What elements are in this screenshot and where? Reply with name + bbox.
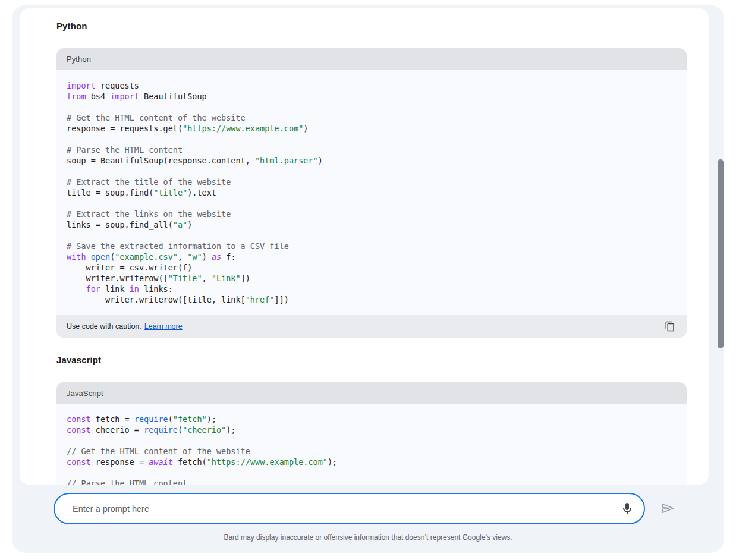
code-line: # Get the HTML content of the website	[67, 112, 677, 123]
code-block-python: Python import requestsfrom bs4 import Be…	[56, 48, 687, 338]
code-line: const fetch = require("fetch");	[67, 414, 677, 424]
response-content: Python Python import requestsfrom bs4 im…	[20, 8, 709, 485]
prompt-input-pill	[54, 493, 645, 524]
code-language-label: Python	[67, 55, 91, 64]
code-line	[67, 230, 677, 241]
section-heading-javascript: Javascript	[56, 354, 687, 366]
code-line	[67, 134, 677, 144]
code-line: const response = await fetch("https://ww…	[67, 457, 677, 467]
code-line: import requests	[67, 80, 677, 91]
microphone-icon	[620, 502, 634, 516]
code-line	[67, 102, 677, 112]
chat-response-panel: Python Python import requestsfrom bs4 im…	[20, 8, 709, 485]
code-line: # Save the extracted information to a CS…	[67, 241, 677, 251]
python-code: import requestsfrom bs4 import Beautiful…	[56, 70, 687, 315]
code-block-header: Python	[56, 48, 687, 70]
code-line: const cheerio = require("cheerio");	[67, 424, 677, 435]
prompt-input[interactable]	[55, 494, 615, 523]
code-line: # Parse the HTML content	[67, 144, 677, 155]
code-line: // Get the HTML content of the website	[67, 446, 677, 457]
code-line: writer.writerow([title, link["href"]])	[67, 294, 677, 305]
code-block-footer: Use code with caution. Learn more	[56, 315, 687, 338]
send-prompt-button[interactable]	[656, 496, 680, 520]
learn-more-link[interactable]: Learn more	[144, 322, 183, 331]
microphone-button[interactable]	[615, 497, 639, 521]
send-icon	[659, 500, 676, 517]
code-line: links = soup.find_all("a")	[67, 219, 677, 230]
code-line	[67, 166, 677, 177]
code-line: writer = csv.writer(f)	[67, 262, 677, 273]
disclaimer-text: Bard may display inaccurate or offensive…	[12, 533, 724, 542]
code-line: writer.writerow(["Title", "Link"])	[67, 273, 677, 284]
section-heading-python: Python	[56, 20, 687, 32]
copy-code-button[interactable]	[659, 316, 681, 337]
code-line: for link in links:	[67, 284, 677, 294]
code-line: title = soup.find("title").text	[67, 187, 677, 198]
code-line: from bs4 import BeautifulSoup	[67, 91, 677, 102]
code-line	[67, 198, 677, 209]
code-line	[67, 467, 677, 478]
code-line: # Extract the links on the website	[67, 209, 677, 219]
code-line	[67, 435, 677, 446]
code-line: response = requests.get("https://www.exa…	[67, 123, 677, 134]
code-line: with open("example.csv", "w") as f:	[67, 251, 677, 262]
caution-text: Use code with caution.	[67, 322, 141, 331]
bard-conversation-shell: Python Python import requestsfrom bs4 im…	[12, 5, 724, 553]
copy-icon	[665, 321, 675, 332]
code-block-header: JavaScript	[56, 382, 687, 404]
code-line: soup = BeautifulSoup(response.content, "…	[67, 155, 677, 166]
code-language-label: JavaScript	[67, 389, 103, 398]
scrollbar-thumb[interactable]	[718, 159, 724, 348]
code-line: // Parse the HTML content	[67, 478, 677, 485]
code-block-javascript: JavaScript const fetch = require("fetch"…	[56, 382, 687, 485]
javascript-code: const fetch = require("fetch");const che…	[56, 404, 687, 485]
code-line: # Extract the title of the website	[67, 177, 677, 187]
